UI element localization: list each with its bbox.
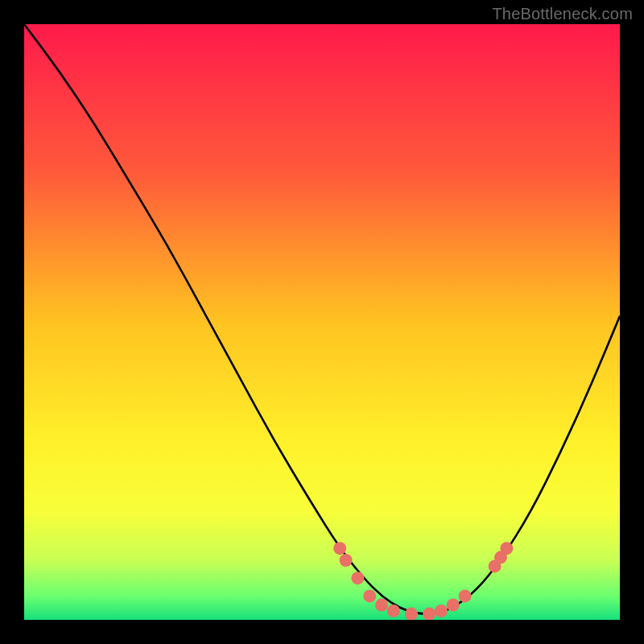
- highlight-dot: [423, 608, 436, 620]
- highlight-dot: [387, 605, 400, 617]
- chart-svg: [24, 24, 620, 620]
- highlight-dot: [459, 589, 472, 602]
- highlight-dot: [351, 572, 364, 584]
- chart-background: [24, 24, 620, 620]
- highlight-dot: [405, 608, 418, 620]
- highlight-dot: [500, 542, 513, 555]
- highlight-dot: [340, 554, 353, 567]
- highlight-dot: [375, 599, 388, 612]
- highlight-dot: [447, 599, 460, 612]
- chart-canvas: [24, 24, 620, 620]
- highlight-dot: [363, 589, 376, 602]
- highlight-dot: [435, 605, 448, 617]
- watermark-text: TheBottleneck.com: [492, 5, 633, 23]
- highlight-dot: [333, 542, 346, 555]
